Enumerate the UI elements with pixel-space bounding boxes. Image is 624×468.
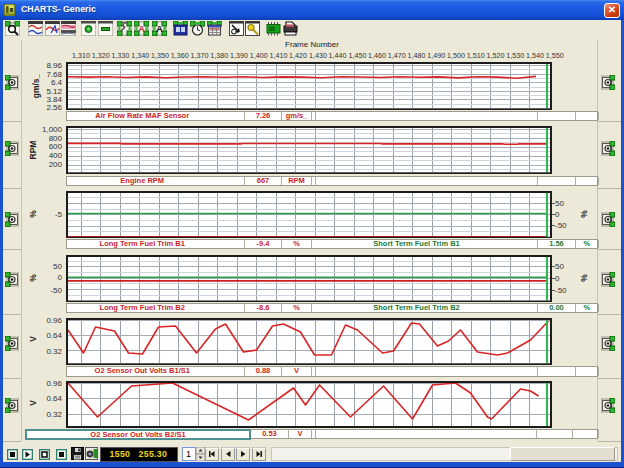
- svg-text:A: A: [138, 24, 145, 34]
- svg-text:A: A: [156, 24, 163, 34]
